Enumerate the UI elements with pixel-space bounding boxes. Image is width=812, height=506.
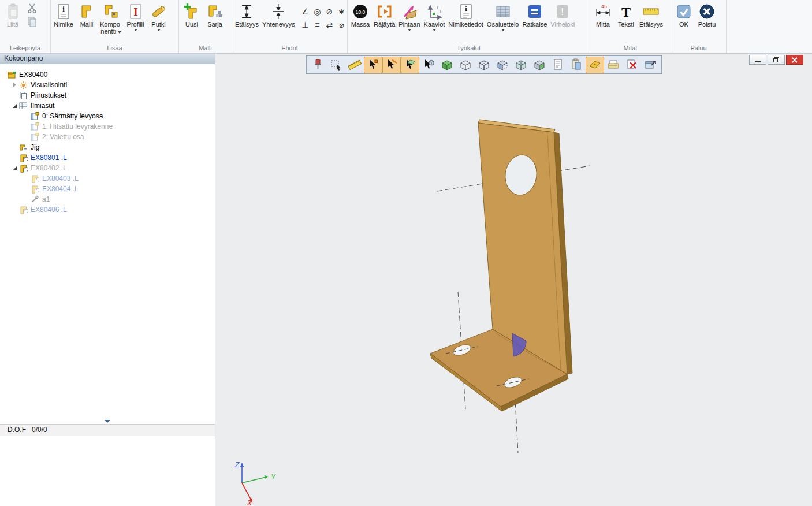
malli-button[interactable]: Malli <box>75 1 98 28</box>
sketch-icon <box>31 195 39 204</box>
virheloki-button[interactable]: ! Virheloki <box>549 1 576 28</box>
cut-button[interactable] <box>25 1 39 15</box>
poistu-button[interactable]: Poistu <box>695 1 718 28</box>
tree-item-ilmiasut[interactable]: Ilmiasut <box>0 101 215 111</box>
scene-svg: Z Y X <box>215 54 812 506</box>
cube-half-icon[interactable] <box>493 57 512 73</box>
rajayta-button[interactable]: Räjäytä <box>372 1 397 28</box>
pick-edge-icon[interactable] <box>382 57 401 73</box>
mitta-button[interactable]: 45 Mitta <box>591 1 614 28</box>
massa-button[interactable]: 10,0 Massa <box>349 1 372 28</box>
ok-button[interactable]: OK <box>672 1 695 28</box>
constraint-symmetry-button[interactable]: ∗ <box>336 5 348 18</box>
x-axis-label: X <box>247 499 252 506</box>
select-region-icon[interactable] <box>327 57 345 73</box>
osaluettelo-button[interactable]: Osaluettelo <box>485 1 521 31</box>
delete-doc-icon[interactable] <box>623 57 641 73</box>
constraint-tangent-button[interactable]: ⊘ <box>323 5 336 18</box>
minimize-icon <box>754 57 761 63</box>
cube-iso-icon[interactable] <box>530 57 549 73</box>
tree-item-ex80402[interactable]: EX80402 .L <box>0 163 215 173</box>
nimike-button[interactable]: i Nimike <box>52 1 75 28</box>
viewport-3d[interactable]: Z Y X <box>215 54 812 506</box>
measure-icon[interactable] <box>345 57 364 73</box>
config-icon <box>31 133 39 142</box>
copy-icon <box>27 16 38 28</box>
tree-item-ex80801[interactable]: EX80801 .L <box>0 152 215 163</box>
constraint-perpendicular-button[interactable]: ⊥ <box>299 18 311 31</box>
expander-icon[interactable] <box>10 104 18 108</box>
tree-item-config-2[interactable]: 2: Valettu osa <box>0 132 215 142</box>
teksti-button[interactable]: T Teksti <box>614 1 638 28</box>
putki-button[interactable]: Putki <box>147 1 170 31</box>
panel-title: Kokoonpano <box>0 54 215 64</box>
series-icon <box>205 2 225 21</box>
part-icon <box>19 206 28 214</box>
tree-item-ex80403[interactable]: EX80403 .L <box>0 173 215 184</box>
kaaviot-button[interactable]: ++ Kaaviot <box>422 1 447 31</box>
assembly-root-icon <box>8 70 16 79</box>
pin-icon[interactable] <box>308 57 327 73</box>
tree-item-visualisointi[interactable]: Visualisointi <box>0 80 215 90</box>
clipboard-icon[interactable] <box>567 57 586 73</box>
ratkaise-button[interactable]: Ratkaise <box>521 1 549 28</box>
pick-face-icon[interactable] <box>401 57 419 73</box>
sheet-surface-icon[interactable] <box>586 57 604 73</box>
tree-item-piirustukset[interactable]: Piirustukset <box>0 90 215 101</box>
nimiketiedot-button[interactable]: i Nimiketiedot <box>446 1 485 28</box>
tree-item-config-0[interactable]: 0: Särmätty levyosa <box>0 111 215 121</box>
tree-item-jig[interactable]: Jig <box>0 142 215 152</box>
assembly-panel: Kokoonpano EX80400 Visualisointi Piirust… <box>0 54 215 506</box>
tray-icon[interactable] <box>604 57 623 73</box>
yhtenevyys-button[interactable]: Yhtenevyys <box>260 1 297 28</box>
tree-item-ex80406[interactable]: EX80406 .L <box>0 204 215 215</box>
expander-icon[interactable] <box>10 83 18 87</box>
cube-wire-icon[interactable] <box>456 57 475 73</box>
dropdown-arrow-icon <box>134 29 137 31</box>
pintaan-button[interactable]: Pintaan <box>397 1 422 31</box>
copy-button[interactable] <box>25 15 39 29</box>
constraint-swap-button[interactable]: ⇄ <box>323 18 336 31</box>
constraint-parallel-button[interactable]: ≡ <box>311 18 323 31</box>
feature-list-icon[interactable] <box>549 57 567 73</box>
model-3d-bracket[interactable] <box>430 120 572 411</box>
dropdown-arrow-icon <box>433 29 436 31</box>
ribbon-group-tools: 10,0 Massa Räjäytä Pintaan ++ Kaaviot <box>348 0 590 53</box>
tree-item-config-1[interactable]: 1: Hitsattu levyrakenne <box>0 121 215 132</box>
constraint-angle-button[interactable]: ∠ <box>299 5 311 18</box>
tree-item-ex80404[interactable]: EX80404 .L <box>0 184 215 194</box>
restore-button[interactable] <box>768 55 785 65</box>
close-button[interactable] <box>786 55 803 65</box>
pick-vertex-icon[interactable] <box>364 57 382 73</box>
cut-icon <box>27 2 38 14</box>
constraint-concentric-button[interactable]: ◎ <box>311 5 323 18</box>
komponentti-button[interactable]: Kompo- nentti <box>98 1 124 35</box>
new-part-icon <box>182 2 202 21</box>
ribbon-group-return: OK Poistu Paluu <box>671 0 727 53</box>
constraint-diameter-button[interactable]: ⌀ <box>336 18 348 31</box>
sarja-button[interactable]: Sarja <box>203 1 226 28</box>
svg-text:+: + <box>439 9 442 15</box>
cube-hidden-icon[interactable] <box>475 57 493 73</box>
paste-button[interactable]: Liitä <box>1 1 24 28</box>
etaisyys-constraint-button[interactable]: Etäisyys <box>233 1 260 28</box>
dof-value: 0/0/0 <box>32 426 47 434</box>
external-view-icon[interactable] <box>641 57 660 73</box>
svg-text:45: 45 <box>601 3 607 9</box>
error-log-icon: ! <box>553 2 572 21</box>
ok-check-icon <box>674 2 694 21</box>
tree-item-ex80400[interactable]: EX80400 <box>0 69 215 80</box>
uusi-button[interactable]: Uusi <box>180 1 203 28</box>
cube-shaded-icon[interactable] <box>438 57 456 73</box>
profiili-button[interactable]: I Profiili <box>124 1 147 31</box>
etaisyys-measure-button[interactable]: Etäisyys <box>638 1 665 28</box>
panel-splitter[interactable] <box>0 418 215 424</box>
expander-icon[interactable] <box>10 166 18 170</box>
part-icon <box>19 164 28 173</box>
tree-item-a1[interactable]: a1 <box>0 194 215 204</box>
minimize-button[interactable] <box>749 55 766 65</box>
dof-label: D.O.F <box>8 426 26 434</box>
pick-body-icon[interactable] <box>419 57 438 73</box>
part-icon <box>31 185 39 194</box>
cube-transparent-icon[interactable] <box>512 57 530 73</box>
